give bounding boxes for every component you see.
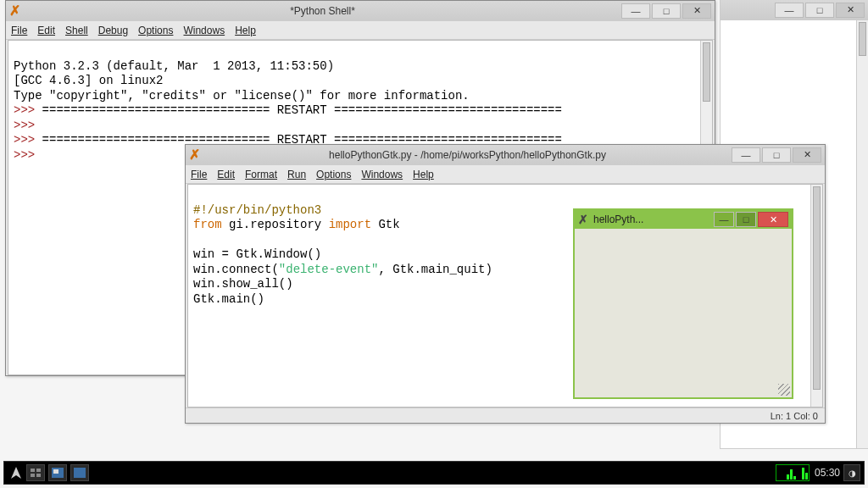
gtk-titlebar[interactable]: ✗ helloPyth... — □ ✕ <box>575 210 792 229</box>
shell-menu-debug[interactable]: Debug <box>98 25 128 36</box>
shell-menu-options[interactable]: Options <box>138 25 173 36</box>
gtk-app-window: ✗ helloPyth... — □ ✕ <box>573 208 793 399</box>
svg-rect-3 <box>36 474 41 477</box>
bg-scrollbar[interactable] <box>856 20 868 448</box>
editor-minimize-button[interactable]: — <box>732 147 760 163</box>
svg-rect-5 <box>53 469 58 474</box>
editor-menu-options[interactable]: Options <box>316 169 351 180</box>
editor-menu-edit[interactable]: Edit <box>217 169 235 180</box>
bg-maximize-button[interactable]: □ <box>805 3 834 18</box>
shell-menubar: File Edit Shell Debug Options Windows He… <box>6 21 715 40</box>
shell-menu-help[interactable]: Help <box>235 25 256 36</box>
shell-prompt4: >>> <box>14 148 42 162</box>
editor-titlebar[interactable]: ✗ helloPythonGtk.py - /home/pi/worksPyth… <box>186 145 825 165</box>
taskbar-desktop2-button[interactable] <box>70 464 89 481</box>
editor-menu-run[interactable]: Run <box>287 169 306 180</box>
editor-menu-file[interactable]: File <box>191 169 207 180</box>
start-menu-icon[interactable] <box>8 464 25 481</box>
code-shebang: #!/usr/bin/python3 <box>193 203 321 217</box>
editor-maximize-button[interactable]: □ <box>762 147 791 163</box>
editor-menu-windows[interactable]: Windows <box>361 169 403 180</box>
bg-minimize-button[interactable]: — <box>775 3 804 18</box>
editor-menu-help[interactable]: Help <box>413 169 434 180</box>
taskbar-iconify-button[interactable] <box>26 464 45 481</box>
editor-title: helloPythonGtk.py - /home/pi/worksPython… <box>205 149 730 161</box>
gtk-close-button[interactable]: ✕ <box>758 212 788 227</box>
svg-rect-1 <box>36 469 41 472</box>
svg-rect-0 <box>31 469 35 472</box>
gtk-maximize-button[interactable]: □ <box>736 212 756 227</box>
code-l5c: , Gtk.main_quit) <box>378 263 492 276</box>
shell-maximize-button[interactable]: □ <box>652 3 681 19</box>
editor-menubar: File Edit Format Run Options Windows Hel… <box>186 165 825 184</box>
shell-titlebar[interactable]: ✗ *Python Shell* — □ ✕ <box>6 1 715 21</box>
code-gtk: Gtk <box>371 218 400 231</box>
editor-cursor-pos: Ln: 1 Col: 0 <box>771 411 818 421</box>
code-module: gi.repository <box>222 218 329 231</box>
svg-rect-6 <box>74 468 86 478</box>
shell-prompt: >>> <box>14 103 42 117</box>
code-from-kw: from <box>193 218 222 231</box>
gtk-body <box>575 229 792 397</box>
shell-prompt2: >>> <box>14 119 42 132</box>
gtk-title: helloPyth... <box>593 214 712 225</box>
shell-menu-windows[interactable]: Windows <box>183 25 225 36</box>
taskbar-clock[interactable]: 05:30 <box>815 467 840 479</box>
shell-prompt3: >>> <box>14 133 42 147</box>
code-l4: win = Gtk.Window() <box>193 247 321 261</box>
editor-menu-format[interactable]: Format <box>245 169 277 180</box>
shell-menu-file[interactable]: File <box>11 25 27 36</box>
code-l5-str: "delete-event" <box>279 263 379 276</box>
x-logo-icon-2: ✗ <box>189 147 200 163</box>
taskbar-session-button[interactable]: ◑ <box>843 464 860 481</box>
gtk-minimize-button[interactable]: — <box>714 212 734 227</box>
code-l5a: win.connect( <box>193 263 279 276</box>
code-import-kw: import <box>329 218 371 231</box>
editor-scrollbar[interactable] <box>810 185 822 407</box>
code-l7: Gtk.main() <box>193 292 264 306</box>
taskbar: 05:30 ◑ <box>3 461 865 485</box>
bg-titlebar: — □ ✕ <box>721 0 868 20</box>
x-logo-icon-3: ✗ <box>578 213 588 227</box>
shell-minimize-button[interactable]: — <box>621 3 650 19</box>
cpu-monitor-icon[interactable] <box>776 464 810 481</box>
shell-menu-shell[interactable]: Shell <box>65 25 88 36</box>
taskbar-desktop1-button[interactable] <box>48 464 67 481</box>
code-l6: win.show_all() <box>193 277 293 291</box>
x-logo-icon: ✗ <box>9 3 20 19</box>
shell-banner2: [GCC 4.6.3] on linux2 <box>14 74 163 87</box>
resize-grip-icon[interactable] <box>778 384 790 396</box>
editor-close-button[interactable]: ✕ <box>793 147 821 163</box>
bg-close-button[interactable]: ✕ <box>836 3 865 18</box>
shell-restart1: ================================ RESTART… <box>42 103 562 117</box>
shell-close-button[interactable]: ✕ <box>682 3 711 19</box>
svg-rect-2 <box>31 474 35 477</box>
editor-statusbar: Ln: 1 Col: 0 <box>186 408 825 423</box>
shell-banner3: Type "copyright", "credits" or "license(… <box>14 89 470 103</box>
shell-title: *Python Shell* <box>25 5 620 17</box>
shell-menu-edit[interactable]: Edit <box>37 25 55 36</box>
shell-banner1: Python 3.2.3 (default, Mar 1 2013, 11:53… <box>14 59 334 73</box>
